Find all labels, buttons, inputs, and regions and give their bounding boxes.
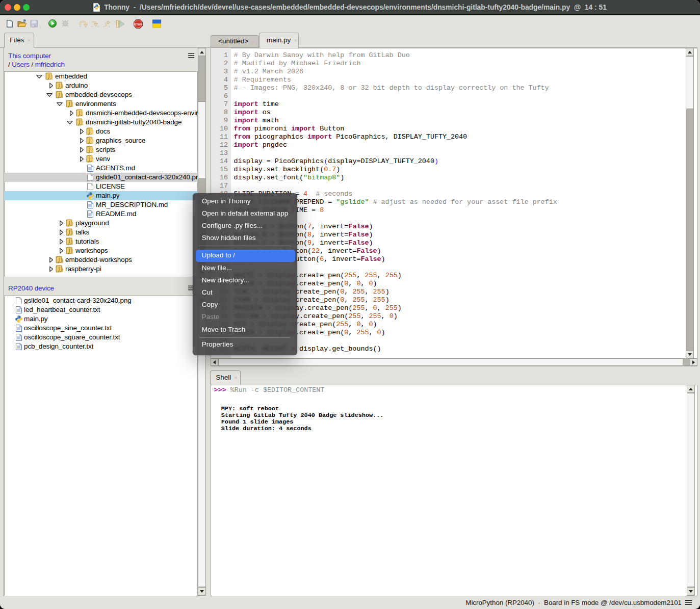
svg-text:STOP: STOP [134, 22, 142, 25]
